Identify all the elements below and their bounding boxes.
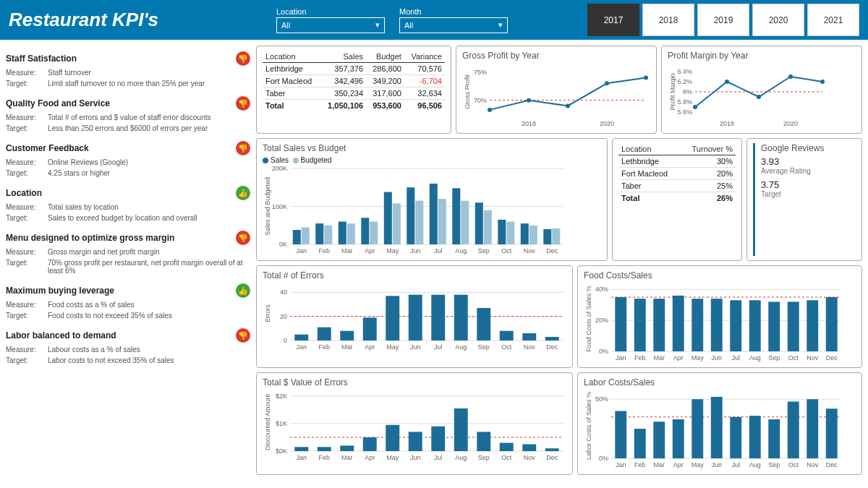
svg-rect-177 (768, 419, 780, 458)
turnover-table-card: LocationTurnover % Lethbridge30%Fort Mac… (612, 138, 742, 261)
svg-text:Oct: Oct (501, 454, 512, 461)
table-row: Lethbridge30% (618, 155, 736, 168)
errors-chart: Total # of Errors 02040JanFebMarAprMayJu… (256, 265, 573, 368)
svg-point-19 (757, 95, 761, 99)
svg-text:Sep: Sep (768, 461, 780, 468)
svg-rect-116 (788, 301, 799, 351)
svg-text:May: May (692, 354, 705, 361)
svg-rect-170 (634, 429, 646, 458)
svg-rect-117 (807, 300, 818, 351)
svg-text:Nov: Nov (524, 247, 536, 254)
legend-dot-icon (293, 158, 299, 163)
reviews-title: Google Reviews (761, 143, 824, 153)
svg-text:Dec: Dec (826, 354, 838, 361)
svg-text:Apr: Apr (365, 247, 375, 254)
svg-text:40%: 40% (595, 286, 608, 293)
thumb-down-icon: 👎 (236, 96, 250, 111)
year-tab-2020[interactable]: 2020 (752, 4, 804, 36)
svg-rect-38 (370, 222, 378, 245)
svg-rect-146 (454, 408, 468, 451)
svg-text:20: 20 (280, 313, 287, 320)
svg-rect-36 (347, 223, 355, 244)
svg-rect-118 (826, 297, 838, 351)
svg-rect-78 (363, 317, 377, 341)
year-tab-2021[interactable]: 2021 (807, 4, 859, 36)
year-tab-2019[interactable]: 2019 (697, 4, 749, 36)
food-costs-chart: Food Costs/Sales 0%20%40%JanFebMarAprMay… (577, 265, 862, 368)
svg-text:6%: 6% (683, 88, 692, 95)
svg-rect-113 (730, 300, 741, 351)
year-tab-2017[interactable]: 2017 (587, 4, 639, 36)
svg-rect-142 (363, 437, 377, 451)
svg-text:Mar: Mar (654, 354, 665, 361)
table-total: Total1,050,106953,60096,506 (263, 100, 445, 112)
table-total: Total26% (618, 192, 736, 205)
svg-text:Nov: Nov (524, 454, 536, 461)
svg-rect-33 (315, 223, 323, 244)
month-select[interactable]: All ▾ (399, 17, 508, 33)
sales-table-card: LocationSalesBudgetVariance Lethbridge35… (256, 46, 451, 134)
svg-rect-83 (477, 308, 490, 341)
svg-text:75%: 75% (474, 69, 487, 76)
svg-rect-41 (407, 187, 414, 244)
svg-rect-46 (461, 201, 469, 244)
svg-rect-45 (452, 188, 460, 244)
turnover-table: LocationTurnover % Lethbridge30%Fort Mac… (618, 143, 736, 204)
month-value: All (404, 21, 413, 30)
svg-point-17 (693, 105, 697, 109)
kpi-sidebar: Staff Satisfaction 👎 Measure:Staff turno… (6, 46, 250, 475)
svg-text:May: May (692, 461, 705, 468)
svg-text:$1K: $1K (276, 420, 287, 427)
thumb-up-icon: 👍 (236, 283, 250, 298)
svg-rect-35 (339, 222, 346, 245)
header: Restaurant KPI's Location All ▾ Month Al… (0, 0, 868, 40)
thumb-down-icon: 👎 (236, 141, 250, 155)
svg-rect-107 (615, 297, 626, 351)
svg-rect-80 (409, 295, 422, 341)
svg-rect-86 (545, 337, 559, 341)
chevron-down-icon: ▾ (375, 20, 380, 30)
svg-text:2018: 2018 (522, 120, 536, 127)
svg-text:Oct: Oct (788, 354, 799, 361)
svg-rect-145 (431, 427, 445, 451)
svg-rect-75 (294, 335, 308, 341)
svg-text:Aug: Aug (455, 247, 467, 254)
svg-text:Nov: Nov (524, 343, 536, 351)
svg-text:Gross Profit: Gross Profit (464, 74, 471, 109)
svg-rect-39 (384, 192, 392, 244)
svg-rect-171 (653, 421, 665, 458)
page-title: Restaurant KPI's (9, 9, 276, 31)
svg-text:Feb: Feb (318, 247, 330, 254)
svg-rect-51 (521, 223, 529, 244)
svg-text:Sep: Sep (478, 343, 490, 351)
svg-text:Errors: Errors (264, 304, 271, 322)
svg-rect-178 (788, 401, 799, 458)
chart-title: Gross Profit by Year (462, 51, 650, 61)
svg-text:Jun: Jun (410, 247, 421, 254)
svg-rect-180 (826, 408, 838, 458)
svg-rect-141 (340, 445, 354, 451)
svg-rect-48 (484, 210, 492, 244)
svg-rect-176 (749, 416, 761, 458)
svg-rect-147 (477, 432, 490, 451)
kpi-title: Quality Food and Service (6, 98, 110, 108)
svg-text:0%: 0% (599, 348, 608, 355)
location-select[interactable]: All ▾ (276, 17, 385, 33)
svg-text:Jul: Jul (434, 343, 443, 351)
svg-rect-140 (318, 447, 331, 451)
svg-rect-54 (552, 228, 560, 244)
svg-text:Dec: Dec (826, 461, 838, 468)
svg-point-3 (488, 108, 492, 112)
year-tabs: 20172018201920202021 (584, 4, 859, 36)
svg-point-7 (644, 76, 648, 80)
table-row: Taber350,234317,60032,634 (263, 87, 445, 100)
svg-text:Mar: Mar (341, 247, 353, 254)
chart-title: Profit Margin by Year (668, 51, 856, 61)
svg-rect-76 (318, 328, 331, 341)
location-filter: Location All ▾ (276, 7, 385, 33)
thumb-down-icon: 👎 (236, 231, 250, 245)
svg-text:Aug: Aug (749, 461, 761, 468)
svg-point-4 (527, 98, 531, 103)
svg-text:Oct: Oct (788, 461, 799, 468)
year-tab-2018[interactable]: 2018 (642, 4, 694, 36)
